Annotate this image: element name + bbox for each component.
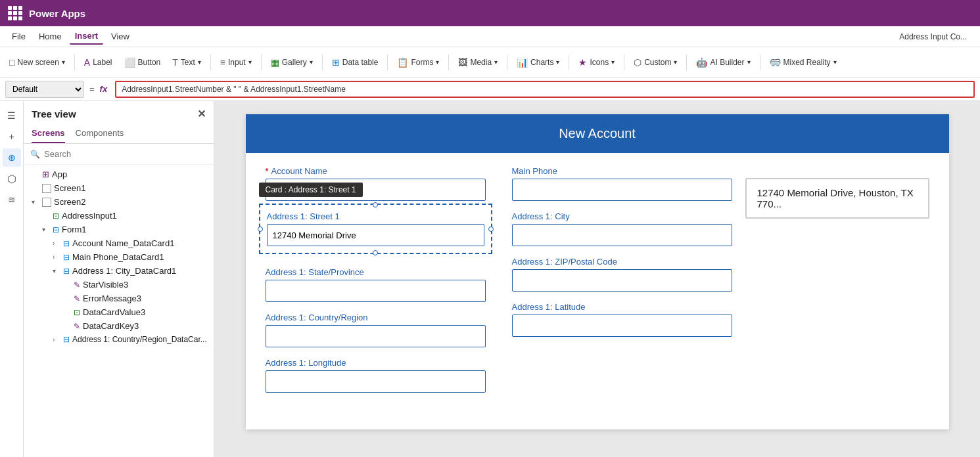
street-card-container: Card : Address 1: Street 1 Address 1: St… bbox=[266, 204, 486, 254]
add-panel-icon[interactable]: + bbox=[3, 127, 21, 146]
separator-3 bbox=[261, 54, 262, 70]
tree-item-screen1[interactable]: Screen1 bbox=[24, 181, 214, 195]
resize-handle-top[interactable] bbox=[373, 202, 378, 207]
address-country-input[interactable] bbox=[266, 325, 486, 347]
form-body: * Account Name Card : Address 1: Street … bbox=[246, 153, 949, 416]
address-lon-group: Address 1: Longitude bbox=[266, 358, 486, 393]
form-left-col: * Account Name Card : Address 1: Street … bbox=[266, 166, 499, 403]
button-icon: ⬜ bbox=[124, 57, 135, 68]
input-button[interactable]: ≡ Input ▾ bbox=[215, 54, 257, 70]
screen2-icon bbox=[42, 198, 51, 207]
address-state-group: Address 1: State/Province bbox=[266, 267, 486, 302]
custom-button[interactable]: ⬡ Custom ▾ bbox=[628, 54, 682, 70]
button-button[interactable]: ⬜ Button bbox=[119, 54, 166, 70]
tree-item-form1[interactable]: ▾ ⊟ Form1 bbox=[24, 223, 214, 236]
toolbar: □ New screen ▾ A Label ⬜ Button T Text ▾… bbox=[0, 47, 980, 77]
address-lon-label: Address 1: Longitude bbox=[266, 358, 486, 368]
resize-handle-left[interactable] bbox=[258, 227, 263, 232]
forms-icon: 📋 bbox=[397, 57, 408, 68]
address-country-label: Address 1: Country/Region bbox=[266, 313, 486, 322]
address-lat-label: Address 1: Latitude bbox=[512, 302, 732, 312]
mixed-reality-button[interactable]: 🥽 Mixed Reality ▾ bbox=[764, 54, 842, 70]
label-icon: A bbox=[84, 57, 90, 68]
tree-item-datacardvalue3[interactable]: ⊡ DataCardValue3 bbox=[24, 305, 214, 319]
menu-home[interactable]: Home bbox=[34, 29, 67, 44]
tree-view-icon[interactable]: ⊕ bbox=[3, 148, 21, 167]
tree-item-country-card[interactable]: › ⊟ Address 1: Country/Region_DataCar... bbox=[24, 333, 214, 346]
canvas-area: New Account * Account Name Card : Addr bbox=[214, 101, 980, 457]
close-icon[interactable]: ✕ bbox=[197, 108, 206, 120]
tree-item-errormessage3[interactable]: ✎ ErrorMessage3 bbox=[24, 292, 214, 305]
address-state-input[interactable] bbox=[266, 280, 486, 302]
resize-handle-right[interactable] bbox=[488, 227, 494, 232]
text-icon: T bbox=[172, 57, 178, 68]
main-phone-label: Main Phone bbox=[512, 166, 732, 176]
menu-insert[interactable]: Insert bbox=[70, 28, 103, 45]
charts-button[interactable]: 📊 Charts ▾ bbox=[511, 54, 565, 70]
menu-view[interactable]: View bbox=[106, 29, 135, 44]
errormsg-icon: ✎ bbox=[74, 294, 80, 303]
address-zip-input[interactable] bbox=[512, 269, 732, 292]
data-icon[interactable]: ⬡ bbox=[3, 169, 21, 188]
tree-item-app[interactable]: ⊞ App bbox=[24, 167, 214, 181]
main-phone-input[interactable] bbox=[512, 179, 732, 201]
separator-10 bbox=[686, 54, 687, 70]
separator-5 bbox=[387, 54, 388, 70]
tree-item-datacardkey3[interactable]: ✎ DataCardKey3 bbox=[24, 319, 214, 333]
ai-builder-icon: 🤖 bbox=[696, 57, 707, 68]
title-bar: Power Apps bbox=[0, 0, 980, 26]
formula-input[interactable] bbox=[115, 81, 975, 98]
tree-item-screen2[interactable]: ▾ Screen2 bbox=[24, 195, 214, 209]
search-input[interactable] bbox=[44, 149, 207, 159]
tree-item-starvisible3[interactable]: ✎ StarVisible3 bbox=[24, 278, 214, 292]
window-title-info: Address Input Co... bbox=[899, 32, 973, 41]
address-lon-input[interactable] bbox=[266, 370, 486, 393]
address-city-input[interactable] bbox=[512, 224, 732, 246]
main-layout: ☰ + ⊕ ⬡ ≋ Tree view ✕ Screens Components… bbox=[0, 101, 980, 457]
datacardvalue-icon: ⊡ bbox=[74, 308, 80, 317]
tree-item-addressinput1[interactable]: ⊡ AddressInput1 bbox=[24, 209, 214, 223]
tree-item-account-name-card[interactable]: › ⊟ Account Name_DataCard1 bbox=[24, 236, 214, 250]
separator-4 bbox=[322, 54, 323, 70]
country-card-icon: ⊟ bbox=[63, 335, 70, 344]
datatable-button[interactable]: ⊞ Data table bbox=[327, 54, 384, 70]
app-icon: ⊞ bbox=[42, 169, 49, 179]
resize-handle-bottom[interactable] bbox=[373, 250, 378, 255]
label-button[interactable]: A Label bbox=[79, 54, 118, 70]
new-screen-button[interactable]: □ New screen ▾ bbox=[4, 54, 70, 70]
separator-9 bbox=[624, 54, 624, 70]
form1-icon: ⊟ bbox=[53, 225, 59, 234]
address-street-group: Address 1: Street 1 bbox=[267, 211, 484, 246]
tree-title: Tree view bbox=[32, 108, 76, 120]
address-street-label: Address 1: Street 1 bbox=[267, 211, 484, 221]
address-state-label: Address 1: State/Province bbox=[266, 267, 486, 277]
icons-button[interactable]: ★ Icons ▾ bbox=[573, 54, 620, 70]
separator-11 bbox=[760, 54, 760, 70]
phone-card-icon: ⊟ bbox=[63, 253, 70, 262]
custom-icon: ⬡ bbox=[634, 57, 642, 68]
tab-components[interactable]: Components bbox=[76, 124, 124, 143]
tree-content: ⊞ App Screen1 ▾ Screen2 ⊡ AddressInput1 … bbox=[24, 165, 214, 457]
city-card-icon: ⊟ bbox=[63, 267, 70, 276]
charts-icon: 📊 bbox=[517, 57, 528, 68]
media-button[interactable]: 🖼 Media ▾ bbox=[453, 54, 503, 70]
input-icon: ≡ bbox=[220, 57, 225, 68]
ai-builder-button[interactable]: 🤖 AI Builder ▾ bbox=[691, 54, 755, 70]
address-zip-label: Address 1: ZIP/Postal Code bbox=[512, 257, 732, 267]
hamburger-icon[interactable]: ☰ bbox=[3, 106, 21, 125]
text-button[interactable]: T Text ▾ bbox=[167, 54, 206, 70]
tree-item-main-phone-card[interactable]: › ⊟ Main Phone_DataCard1 bbox=[24, 250, 214, 264]
separator-8 bbox=[569, 54, 569, 70]
tab-screens[interactable]: Screens bbox=[32, 124, 65, 143]
property-select[interactable]: Default bbox=[5, 81, 84, 98]
menu-file[interactable]: File bbox=[7, 29, 31, 44]
tree-search-bar: 🔍 bbox=[24, 144, 214, 165]
address-lat-input[interactable] bbox=[512, 315, 732, 337]
address-street-card[interactable]: Address 1: Street 1 bbox=[259, 204, 492, 254]
address-street-input[interactable] bbox=[267, 224, 484, 246]
separator-7 bbox=[507, 54, 507, 70]
gallery-button[interactable]: ▦ Gallery ▾ bbox=[266, 54, 318, 70]
forms-button[interactable]: 📋 Forms ▾ bbox=[392, 54, 444, 70]
tree-item-city-card[interactable]: ▾ ⊟ Address 1: City_DataCard1 bbox=[24, 264, 214, 278]
variables-icon[interactable]: ≋ bbox=[3, 190, 21, 209]
